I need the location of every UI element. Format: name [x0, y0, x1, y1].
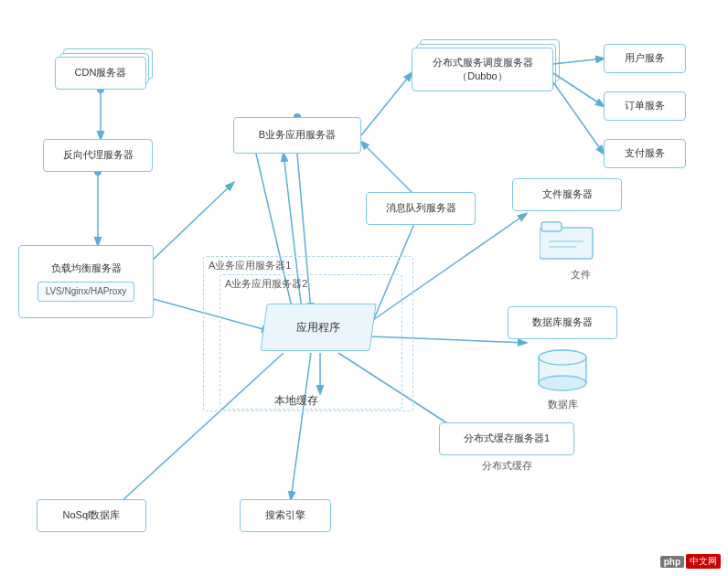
nosql-node: NoSql数据库 [37, 499, 146, 532]
php-text: php [660, 556, 684, 568]
svg-line-7 [553, 82, 604, 154]
b-server-node: B业务应用服务器 [233, 117, 361, 154]
diagram-container: CDN服务器 反向代理服务器 负载均衡服务器 LVS/Nginx/HAProxy… [0, 0, 728, 576]
file-server-label: 文件服务器 [542, 187, 593, 201]
user-service-node: 用户服务 [604, 44, 686, 73]
svg-line-4 [361, 73, 412, 135]
a-server1-label: A业务应用服务器1 [209, 259, 291, 272]
b-server-label: B业务应用服务器 [259, 128, 336, 142]
cn-text: 中文网 [686, 554, 721, 569]
cdn-server-label: CDN服务器 [75, 66, 127, 80]
user-service-label: 用户服务 [625, 51, 665, 65]
file-server-node: 文件服务器 文件 [512, 178, 622, 282]
dist-cache-node: 分布式缓存服务器1 分布式缓存 [439, 422, 574, 473]
svg-rect-23 [540, 228, 593, 259]
reverse-proxy-label: 反向代理服务器 [63, 148, 134, 162]
a-server2-label: A业务应用服务器2 [225, 277, 307, 291]
load-balance-node: 负载均衡服务器 LVS/Nginx/HAProxy [18, 245, 154, 318]
mq-node: 消息队列服务器 [366, 192, 476, 225]
dist-cache-label: 分布式缓存服务器1 [464, 432, 550, 445]
load-balance-label: 负载均衡服务器 [51, 261, 122, 275]
app-node: 应用程序 [263, 304, 373, 351]
svg-point-32 [539, 350, 586, 365]
order-service-node: 订单服务 [604, 91, 686, 121]
reverse-proxy-node: 反向代理服务器 [43, 139, 153, 172]
local-cache-label: 本地缓存 [274, 393, 318, 409]
cdn-server-node: CDN服务器 [55, 57, 146, 90]
svg-line-5 [553, 59, 604, 64]
lvs-label: LVS/Nginx/HAProxy [46, 286, 127, 296]
pay-service-label: 支付服务 [625, 146, 665, 160]
pay-service-node: 支付服务 [604, 139, 686, 168]
db-server-label: 数据库服务器 [532, 315, 593, 329]
svg-line-6 [553, 73, 604, 106]
svg-rect-24 [541, 222, 562, 231]
dubbo-label: 分布式服务调度服务器 （Dubbo） [433, 56, 533, 84]
dubbo-node: 分布式服务调度服务器 （Dubbo） [412, 48, 553, 91]
app-label: 应用程序 [296, 320, 340, 336]
svg-point-31 [539, 376, 586, 390]
db-icon: 数据库 [508, 348, 617, 411]
php-badge: php 中文网 [660, 554, 721, 569]
db-server-node: 数据库服务器 数据库 [508, 306, 617, 411]
nosql-label: NoSql数据库 [63, 508, 121, 522]
order-service-label: 订单服务 [625, 99, 665, 112]
folder-icon: 文件 [540, 219, 622, 282]
search-node: 搜索引擎 [240, 499, 331, 532]
search-label: 搜索引擎 [265, 508, 305, 522]
dist-cache-sublabel: 分布式缓存 [482, 460, 532, 471]
mq-label: 消息队列服务器 [386, 201, 456, 215]
